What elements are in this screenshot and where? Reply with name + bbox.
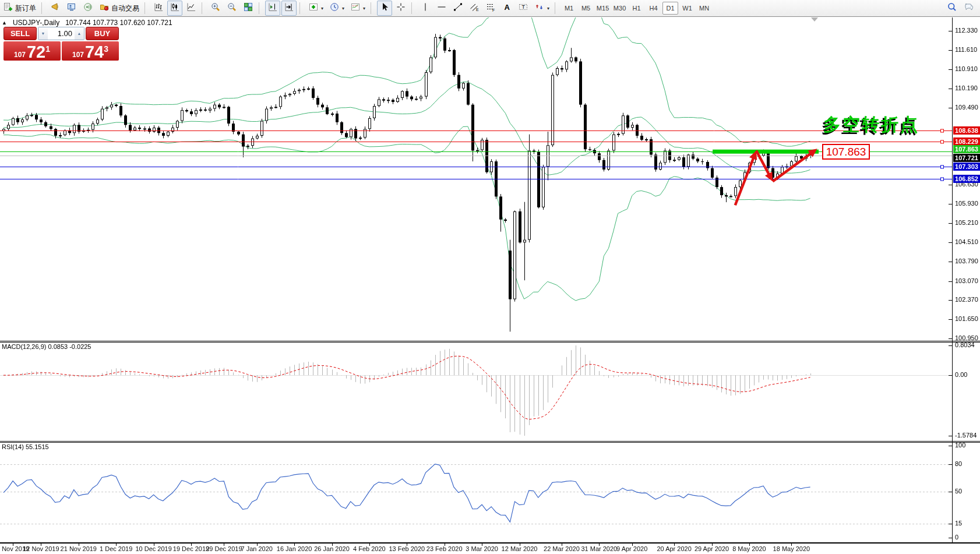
rsi-axis-tick: 80 xyxy=(955,460,962,467)
crosshair-tool-button[interactable] xyxy=(393,1,408,16)
candles-chart-icon xyxy=(170,2,180,15)
rsi-indicator-label: RSI(14) 55.1515 xyxy=(2,443,49,450)
volume-input[interactable] xyxy=(48,27,75,40)
label-t-icon: T xyxy=(518,2,528,15)
price-chart-canvas[interactable] xyxy=(0,17,980,554)
date-axis-label: 4 Feb 2020 xyxy=(353,545,386,552)
sell-price-display[interactable]: 107721 xyxy=(3,41,61,61)
date-axis-label: 18 May 2020 xyxy=(773,545,810,552)
date-axis-label: 13 Feb 2020 xyxy=(389,545,425,552)
fibonacci-tool-button[interactable]: F xyxy=(483,1,498,16)
timeframe-h1-button[interactable]: H1 xyxy=(629,2,644,15)
text-a-icon: A xyxy=(502,2,512,15)
volume-spinner: ▼ ▲ xyxy=(38,27,84,40)
signals-button[interactable] xyxy=(80,1,96,16)
bar-chart-mode-button[interactable] xyxy=(151,1,166,16)
periods-button[interactable]: ▾ xyxy=(327,1,347,16)
svg-text:T: T xyxy=(522,4,526,10)
price-axis-tick: 103.070 xyxy=(955,277,978,284)
price-axis-tick: 103.790 xyxy=(955,257,978,264)
toolbar-separator xyxy=(144,2,149,14)
indicators-list-button[interactable]: ▾ xyxy=(306,1,326,16)
price-axis-tick: 110.190 xyxy=(955,84,978,91)
chat-icon xyxy=(963,2,974,15)
dropdown-arrow-icon[interactable]: ▾ xyxy=(547,6,549,11)
line-chart-mode-button[interactable] xyxy=(184,1,199,16)
buy-price-display[interactable]: 107743 xyxy=(62,41,119,61)
auto-trading-button[interactable]: 自动交易 xyxy=(97,1,142,16)
text-tool-button[interactable]: A xyxy=(499,1,514,16)
zoom-out-button[interactable] xyxy=(224,1,239,16)
toolbar-right-group xyxy=(944,1,980,16)
price-axis-tick: 100.950 xyxy=(955,334,978,341)
price-level-callout[interactable]: 107.863 xyxy=(822,144,870,160)
toolbar-separator xyxy=(202,2,206,14)
dropdown-arrow-icon[interactable]: ▾ xyxy=(342,6,344,11)
trendline-tool-button[interactable] xyxy=(450,1,466,16)
macd-indicator-label: MACD(12,26,9) 0.0853 -0.0225 xyxy=(2,343,91,350)
date-axis-label: 16 Jan 2020 xyxy=(277,545,312,552)
equidistant-channel-tool-button[interactable]: E xyxy=(467,1,482,16)
text-label-tool-button[interactable]: T xyxy=(516,1,531,16)
shapes-icon xyxy=(534,2,545,15)
new-order-button[interactable]: 新订单 xyxy=(1,1,38,16)
sell-button[interactable]: SELL xyxy=(3,27,37,40)
chart-shift-marker-icon[interactable] xyxy=(811,17,818,22)
date-axis-label: 7 Jan 2020 xyxy=(241,545,272,552)
collapse-triangle-icon[interactable]: ▲ xyxy=(2,20,7,26)
zoom-in-button[interactable] xyxy=(208,1,223,16)
chart-shift-button[interactable] xyxy=(265,1,280,16)
price-axis-tick: 104.510 xyxy=(955,238,978,245)
volume-decrease-button[interactable]: ▼ xyxy=(38,27,48,40)
market-watch-button[interactable] xyxy=(64,1,79,16)
timeframe-d1-button[interactable]: D1 xyxy=(662,2,678,15)
dropdown-arrow-icon[interactable]: ▾ xyxy=(363,6,365,11)
toolbar-separator xyxy=(259,2,263,14)
rsi-axis-tick: 100 xyxy=(955,442,965,449)
price-axis-tick: 101.650 xyxy=(955,315,978,322)
timeframe-m1-button[interactable]: M1 xyxy=(561,2,577,15)
tile-windows-icon xyxy=(243,2,253,15)
rsi-axis-tick: 0 xyxy=(955,534,958,541)
date-axis-label: 19 Dec 2019 xyxy=(173,545,209,552)
bars-chart-icon xyxy=(153,2,164,15)
date-axis-label: 23 Feb 2020 xyxy=(426,545,463,552)
horizontal-line-tool-button[interactable] xyxy=(434,1,449,16)
autotrade-icon xyxy=(99,2,110,15)
toolbar-button-label: 新订单 xyxy=(15,3,36,13)
timeframe-w1-button[interactable]: W1 xyxy=(679,2,695,15)
templates-button[interactable]: ▾ xyxy=(348,1,368,16)
date-axis-label: 31 Mar 2020 xyxy=(581,545,617,552)
price-axis-tick: 102.370 xyxy=(955,296,978,303)
price-axis-tick: 112.330 xyxy=(955,27,978,34)
toolbar-separator xyxy=(299,2,304,14)
date-axis-label: 12 Nov 2019 xyxy=(23,545,59,552)
announcements-button[interactable] xyxy=(48,1,63,16)
vertical-line-tool-button[interactable] xyxy=(418,1,433,16)
timeframe-m30-button[interactable]: M30 xyxy=(612,2,628,15)
date-axis-label: 8 May 2020 xyxy=(732,545,766,552)
turning-point-annotation[interactable]: 多空转折点 xyxy=(823,113,919,137)
candlestick-mode-button[interactable] xyxy=(167,1,182,16)
cursor-icon xyxy=(379,2,390,15)
buy-button[interactable]: BUY xyxy=(86,27,119,40)
timeframe-m15-button[interactable]: M15 xyxy=(595,2,611,15)
cursor-tool-button[interactable] xyxy=(377,1,392,16)
timeframe-m5-button[interactable]: M5 xyxy=(578,2,594,15)
rsi-axis-tick: 15 xyxy=(955,520,962,527)
auto-scroll-icon xyxy=(284,2,294,15)
date-axis-label: 20 Apr 2020 xyxy=(657,545,691,552)
svg-text:E: E xyxy=(476,8,479,12)
svg-text:F: F xyxy=(492,8,495,12)
timeframe-mn-button[interactable]: MN xyxy=(696,2,712,15)
search-button[interactable] xyxy=(944,1,960,16)
trendline-icon xyxy=(453,2,463,15)
chat-button[interactable] xyxy=(961,1,976,16)
volume-increase-button[interactable]: ▲ xyxy=(75,27,84,40)
dropdown-arrow-icon[interactable]: ▾ xyxy=(321,6,323,11)
price-axis-tick: 105.210 xyxy=(955,219,978,226)
auto-scroll-button[interactable] xyxy=(281,1,297,16)
tile-windows-button[interactable] xyxy=(241,1,256,16)
timeframe-h4-button[interactable]: H4 xyxy=(646,2,661,15)
arrows-tool-button[interactable]: ▾ xyxy=(532,1,552,16)
